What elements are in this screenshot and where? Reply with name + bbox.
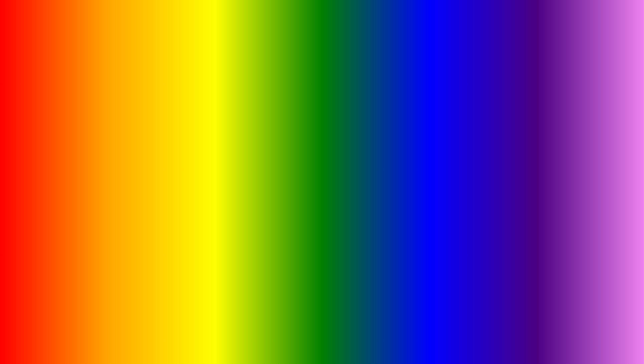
title-char-g: G bbox=[233, 6, 272, 59]
window-main-title-text: Main Setting bbox=[164, 122, 188, 127]
update-panel-line1: [UPDATE 4.8 🎃 bbox=[516, 170, 556, 176]
background: KINGLEGACY MOBILE ✓ ANDROID ✓ King Legac… bbox=[3, 3, 641, 361]
title-char-c: C bbox=[429, 6, 465, 59]
toggle-dot bbox=[276, 180, 280, 184]
kaido-close[interactable]: ✕ bbox=[240, 104, 244, 109]
pumpkin-decoration bbox=[578, 290, 625, 338]
slider-fill bbox=[168, 174, 208, 176]
haki-row: Haki bbox=[168, 178, 281, 186]
z-close[interactable]: ✕ bbox=[278, 197, 281, 202]
window-main-title: # Main Setting bbox=[159, 122, 188, 127]
main-sidebar-misc[interactable]: Misc bbox=[127, 180, 163, 188]
close-button[interactable]: ✕ bbox=[242, 92, 246, 98]
type-farm-value: Above bbox=[171, 141, 183, 146]
best-top-label: BEST TOP bbox=[210, 133, 308, 155]
window-item2-brand: King Legacy bbox=[147, 93, 173, 98]
title-char-y: Y bbox=[465, 6, 499, 59]
distance-slider[interactable] bbox=[168, 174, 281, 176]
slider-track bbox=[168, 174, 281, 176]
main-sidebar-main-setting[interactable]: Main Setting bbox=[127, 132, 163, 140]
window-item2-controls: — ✕ bbox=[234, 92, 246, 98]
slider-thumb[interactable] bbox=[206, 173, 210, 177]
svg-point-18 bbox=[593, 315, 610, 328]
window-main-brand: King Legacy bbox=[130, 122, 156, 127]
title-char-e: E bbox=[320, 6, 354, 59]
sidebar-main-setting[interactable]: Main Setting bbox=[143, 103, 177, 111]
z-entry: Z ✕ bbox=[168, 196, 281, 203]
type-weapon-arrow: ▼ bbox=[274, 158, 278, 163]
main-sidebar-item[interactable]: Item bbox=[127, 148, 163, 156]
title-char-g2: G bbox=[354, 6, 393, 59]
type-weapon-value: Sword bbox=[171, 158, 183, 163]
main-hash-icon: # bbox=[159, 122, 162, 127]
sidebar-level[interactable]: Level bbox=[143, 111, 177, 119]
fire-background bbox=[172, 241, 472, 341]
window-main-titlebar: King Legacy # Main Setting bbox=[127, 120, 286, 130]
haki-toggle[interactable] bbox=[269, 179, 281, 185]
title-char-n: N bbox=[197, 6, 233, 59]
item2-entry-lawblade: Auto LawBlade bbox=[180, 110, 246, 118]
haki-label: Haki bbox=[168, 180, 176, 184]
king-legacy-logo: [UPDATE 4.8 🎃 🌸] King Legacy bbox=[516, 155, 544, 164]
minimize-button[interactable]: — bbox=[234, 92, 239, 98]
main-sidebar-island[interactable]: Island bbox=[127, 164, 163, 172]
window-item2-title-text: Item 2 bbox=[200, 93, 212, 98]
update-panel-line2: 🌸] King Legacy bbox=[516, 177, 557, 182]
item2-entry-kaido: Auto Kaido ✕ bbox=[180, 103, 246, 110]
main-sidebar-js[interactable]: js bbox=[127, 156, 163, 164]
update-panel-pumpkin-icon: 🎃 bbox=[595, 145, 612, 161]
update-panel-image: 🎃 [UPDATE 4.8 🎃 🌸] King Legacy bbox=[512, 94, 617, 167]
main-title: KINGLEGACY bbox=[3, 6, 641, 56]
type-weapon-select[interactable]: Sword ▼ bbox=[168, 156, 281, 165]
title-char-k: K bbox=[144, 6, 181, 59]
z-label: Z bbox=[168, 197, 171, 202]
update-text-line2: 🌸] King Legacy bbox=[516, 160, 544, 164]
window-item2-title: # Item 2 bbox=[195, 93, 211, 98]
svg-point-4 bbox=[551, 101, 605, 141]
title-char-i: I bbox=[181, 6, 197, 59]
main-sidebar-localplayer[interactable]: LocalPlayer bbox=[127, 172, 163, 180]
update-text-line1: [UPDATE 4.8 🎃 bbox=[516, 155, 544, 160]
window-main-sidebar: Main Setting Level Item js Island LocalP… bbox=[127, 130, 164, 218]
window-item2-titlebar: King Legacy # Item 2 — ✕ bbox=[143, 90, 249, 100]
lawblade-label: Auto LawBlade bbox=[182, 112, 209, 116]
kaido-label: Auto Kaido bbox=[182, 104, 202, 109]
set-distance-label: Set Distance bbox=[168, 168, 281, 172]
hash-icon: # bbox=[195, 93, 198, 98]
main-sidebar-raid[interactable]: Raid bbox=[127, 188, 163, 196]
mobile-text: MOBILE bbox=[23, 130, 126, 161]
auto-skill-label: Auto Skill bbox=[168, 189, 281, 194]
title-char-a: A bbox=[393, 6, 429, 59]
title-char-l: L bbox=[289, 6, 320, 59]
main-sidebar-level[interactable]: Level bbox=[127, 140, 163, 148]
update-panel-caption: [UPDATE 4.8 🎃 🌸] King Legacy bbox=[512, 167, 617, 185]
update-panel: 🎃 [UPDATE 4.8 🎃 🌸] King Legacy [UPDATE 4… bbox=[511, 93, 618, 213]
